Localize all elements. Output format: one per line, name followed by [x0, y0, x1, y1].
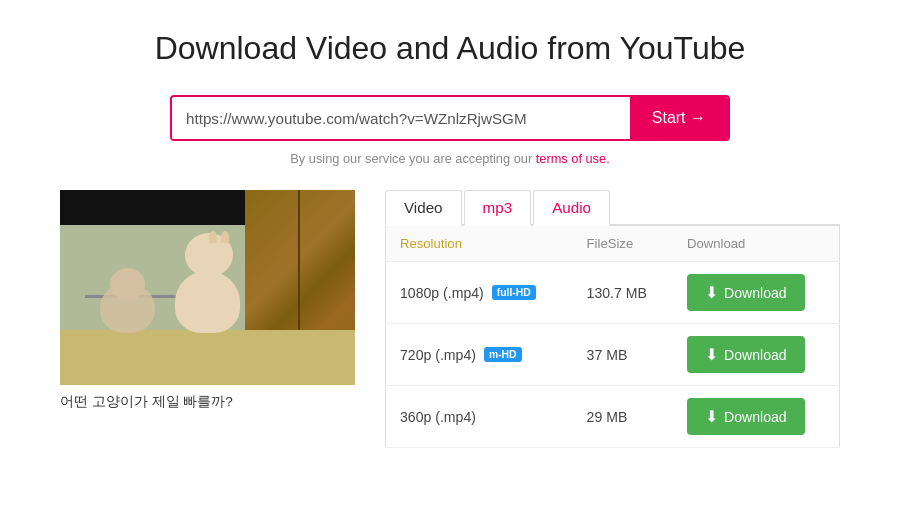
tab-audio[interactable]: Audio [533, 190, 610, 226]
page-title: Download Video and Audio from YouTube [155, 30, 746, 67]
download-button-1080[interactable]: ⬇ Download [687, 274, 805, 311]
download-label: Download [724, 347, 787, 363]
download-button-360[interactable]: ⬇ Download [687, 398, 805, 435]
terms-text: By using our service you are accepting o… [290, 151, 609, 166]
filesize-cell: 37 MB [573, 324, 674, 386]
download-cell: ⬇ Download [673, 324, 839, 386]
download-panel: Video mp3 Audio Resolution FileSize Down… [385, 190, 840, 448]
tabs: Video mp3 Audio [385, 190, 840, 226]
download-cell: ⬇ Download [673, 386, 839, 448]
col-download: Download [673, 226, 839, 262]
download-table: Resolution FileSize Download 1080p (.mp4… [385, 226, 840, 448]
filesize-cell: 29 MB [573, 386, 674, 448]
download-icon: ⬇ [705, 407, 718, 426]
video-title: 어떤 고양이가 제일 빠를까? [60, 393, 355, 411]
badge-full-hd: full-HD [492, 285, 536, 300]
video-panel: 어떤 고양이가 제일 빠를까? [60, 190, 355, 411]
content-area: 어떤 고양이가 제일 빠를까? Video mp3 Audio Resoluti… [60, 190, 840, 448]
col-filesize: FileSize [573, 226, 674, 262]
resolution-label: 360p (.mp4) [400, 409, 476, 425]
resolution-cell: 360p (.mp4) [386, 386, 573, 448]
resolution-cell: 720p (.mp4) m-HD [386, 324, 573, 386]
col-resolution: Resolution [386, 226, 573, 262]
table-row: 720p (.mp4) m-HD 37 MB ⬇ Download [386, 324, 840, 386]
download-icon: ⬇ [705, 283, 718, 302]
resolution-cell: 1080p (.mp4) full-HD [386, 262, 573, 324]
video-thumbnail [60, 190, 355, 385]
download-label: Download [724, 285, 787, 301]
download-cell: ⬇ Download [673, 262, 839, 324]
table-row: 360p (.mp4) 29 MB ⬇ Download [386, 386, 840, 448]
tab-mp3[interactable]: mp3 [464, 190, 532, 226]
resolution-label: 720p (.mp4) [400, 347, 476, 363]
terms-link[interactable]: terms of use. [536, 151, 610, 166]
resolution-label: 1080p (.mp4) [400, 285, 484, 301]
download-icon: ⬇ [705, 345, 718, 364]
start-label: Start → [652, 109, 706, 127]
download-label: Download [724, 409, 787, 425]
badge-m-hd: m-HD [484, 347, 522, 362]
search-bar: Start → [170, 95, 730, 141]
table-row: 1080p (.mp4) full-HD 130.7 MB ⬇ Download [386, 262, 840, 324]
filesize-cell: 130.7 MB [573, 262, 674, 324]
url-input[interactable] [172, 98, 630, 139]
download-button-720[interactable]: ⬇ Download [687, 336, 805, 373]
start-button[interactable]: Start → [630, 97, 728, 139]
tab-video[interactable]: Video [385, 190, 462, 226]
